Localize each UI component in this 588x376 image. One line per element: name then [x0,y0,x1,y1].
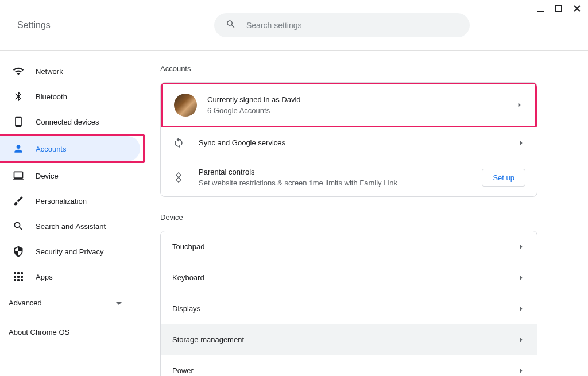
device-touchpad-row[interactable]: Touchpad [161,231,537,262]
sidebar-advanced[interactable]: Advanced [0,289,131,316]
row-label: Touchpad [172,241,517,253]
svg-rect-0 [537,11,544,12]
accounts-signed-in-row[interactable]: Currently signed in as David 6 Google Ac… [163,84,535,126]
chevron-right-icon [517,139,525,147]
row-label: Keyboard [172,272,517,284]
sync-title: Sync and Google services [199,137,517,149]
accounts-signed-in-highlight: Currently signed in as David 6 Google Ac… [161,83,537,127]
sidebar-item-label: Accounts [36,145,66,153]
wifi-icon [13,65,24,77]
advanced-label: Advanced [9,299,42,307]
shield-icon [13,246,24,257]
sidebar-item-label: Search and Assistant [36,222,106,231]
device-card: Touchpad Keyboard Displays Storage manag… [160,231,537,376]
signed-in-subtitle: 6 Google Accounts [207,106,516,116]
parental-controls-row[interactable]: Parental controls Set website restrictio… [161,158,537,196]
user-avatar [174,94,197,117]
section-title-accounts: Accounts [160,64,537,73]
sidebar-item-label: Bluetooth [36,92,67,101]
search-icon [226,19,236,32]
sidebar: Network Bluetooth Connected devices Acco… [0,51,146,376]
chevron-right-icon [517,305,525,313]
chevron-right-icon [517,243,525,251]
chevron-right-icon [516,101,524,109]
search-input[interactable] [246,21,458,30]
row-label: Power [172,365,517,376]
sidebar-item-label: Connected devices [36,118,99,126]
bluetooth-icon [13,91,24,102]
sidebar-accounts-highlight: Accounts [0,134,145,163]
page-title: Settings [17,20,214,30]
laptop-icon [13,170,24,181]
sync-icon [172,137,185,149]
sidebar-item-bluetooth[interactable]: Bluetooth [0,84,131,109]
sidebar-item-label: Device [36,172,59,180]
close-icon[interactable] [573,5,581,13]
sidebar-item-apps[interactable]: Apps [0,264,131,289]
apps-icon [13,271,24,282]
sidebar-item-label: Personalization [36,197,87,206]
sync-row[interactable]: Sync and Google services [161,127,537,158]
row-text: Sync and Google services [199,137,517,149]
chevron-right-icon [517,274,525,282]
minimize-icon[interactable] [536,5,544,13]
chevron-down-icon [116,297,122,308]
device-displays-row[interactable]: Displays [161,293,537,324]
about-label: About Chrome OS [9,328,69,336]
header: Settings [0,0,588,51]
parental-title: Parental controls [199,166,475,178]
search-assistant-icon [13,220,24,232]
person-icon [13,143,24,154]
row-label: Displays [172,303,517,315]
sidebar-item-label: Apps [36,273,53,281]
maximize-icon[interactable] [555,5,563,13]
section-title-device: Device [160,213,537,222]
row-text: Parental controls Set website restrictio… [199,166,475,188]
chevron-right-icon [517,367,525,375]
setup-button[interactable]: Set up [482,169,525,187]
main-content: Accounts Currently signed in as David 6 … [146,51,588,376]
parental-subtitle: Set website restrictions & screen time l… [199,178,475,188]
sidebar-item-security-privacy[interactable]: Security and Privacy [0,239,131,264]
device-keyboard-row[interactable]: Keyboard [161,262,537,293]
brush-icon [13,195,24,207]
sidebar-item-personalization[interactable]: Personalization [0,188,131,214]
sidebar-item-connected-devices[interactable]: Connected devices [0,109,131,134]
row-text: Currently signed in as David 6 Google Ac… [207,94,516,116]
family-icon [172,171,185,184]
sidebar-item-label: Security and Privacy [36,247,104,256]
chevron-right-icon [517,336,525,344]
accounts-card: Currently signed in as David 6 Google Ac… [160,82,537,197]
sidebar-item-accounts[interactable]: Accounts [0,136,140,161]
svg-rect-1 [556,6,562,11]
sidebar-item-device[interactable]: Device [0,163,131,188]
search-container[interactable] [214,13,470,37]
phone-icon [13,116,24,127]
sidebar-item-label: Network [36,67,63,76]
signed-in-title: Currently signed in as David [207,94,516,106]
device-storage-row[interactable]: Storage management [161,324,537,355]
row-label: Storage management [172,334,517,346]
sidebar-item-search-assistant[interactable]: Search and Assistant [0,214,131,239]
sidebar-about[interactable]: About Chrome OS [0,316,146,344]
sidebar-item-network[interactable]: Network [0,59,131,84]
device-power-row[interactable]: Power [161,355,537,376]
window-controls [536,5,581,13]
